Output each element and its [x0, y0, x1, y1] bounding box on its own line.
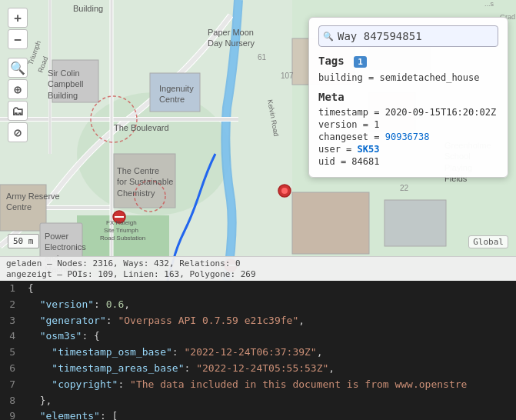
- token-comma: ,: [328, 362, 335, 374]
- line-number: 4: [0, 328, 25, 345]
- map-label-boulevard: The Boulevard: [114, 123, 169, 132]
- svg-text:22: 22: [400, 184, 409, 192]
- token-str: "Overpass API 0.7.59 e21c39fe": [118, 315, 298, 326]
- way-search-display[interactable]: Way 847594851: [318, 25, 498, 47]
- tags-count-badge: 1: [354, 56, 367, 68]
- code-line: 1{: [0, 281, 516, 297]
- svg-text:61: 61: [258, 53, 267, 62]
- token-brace: },: [28, 395, 52, 406]
- code-line: 8 },: [0, 393, 516, 409]
- svg-rect-21: [292, 192, 369, 254]
- map-label-sir-colin: Sir ColinCampbellBuilding: [48, 68, 83, 101]
- token-brace: [: [112, 410, 118, 420]
- line-content: {: [25, 281, 516, 297]
- line-number: 5: [0, 345, 25, 361]
- line-content: "copyright": "The data included in this …: [25, 377, 516, 393]
- line-content: "elements": [: [25, 408, 516, 420]
- changeset-link[interactable]: 90936738: [385, 132, 430, 142]
- token-key: "copyright": [28, 378, 118, 390]
- search-wrapper: Way 847594851: [318, 25, 498, 47]
- meta-header: Meta: [318, 91, 498, 103]
- user-value[interactable]: SK53: [358, 144, 380, 155]
- line-content: "generator": "Overpass API 0.7.59 e21c39…: [25, 313, 516, 329]
- code-line: 3 "generator": "Overpass API 0.7.59 e21c…: [0, 313, 516, 329]
- map-label-centre-chem: The Centrefor SustainableChemistry: [117, 165, 173, 198]
- svg-rect-22: [385, 200, 446, 246]
- search-tool-button[interactable]: 🔍: [8, 58, 28, 78]
- code-line: 6 "timestamp_areas_base": "2022-12-24T05…: [0, 361, 516, 377]
- token-brace: {: [28, 282, 34, 294]
- svg-point-26: [281, 188, 288, 194]
- svg-text:FX Raleigh: FX Raleigh: [106, 219, 137, 226]
- tags-header: Tags 1: [318, 55, 498, 68]
- token-str: "The data included in this document is f…: [130, 378, 467, 390]
- locate-button[interactable]: ⊕: [8, 79, 28, 99]
- line-content: "version": 0.6,: [25, 297, 516, 313]
- map-label-paper-moon: Paper MoonDay Nursery: [208, 27, 255, 49]
- map-label-army: Army ReserveCentre: [6, 191, 60, 213]
- token-str: "2022-12-24T05:55:53Z": [196, 362, 328, 374]
- line-number: 2: [0, 297, 25, 313]
- token-comma: ,: [317, 346, 323, 358]
- svg-text:...s: ...s: [484, 0, 494, 8]
- svg-text:Road Substation: Road Substation: [100, 235, 145, 242]
- tag-row-building: building = semidetached_house: [318, 71, 498, 85]
- status-line1: geladen – Nodes: 2316, Ways: 432, Relati…: [6, 258, 510, 268]
- meta-version: version = 1: [318, 118, 498, 131]
- code-line: 5 "timestamp_osm_base": "2022-12-24T06:3…: [0, 345, 516, 361]
- zoom-in-button[interactable]: +: [8, 8, 28, 28]
- code-line: 9 "elements": [: [0, 408, 516, 420]
- svg-text:107: 107: [281, 72, 294, 80]
- global-badge: Global: [468, 235, 508, 248]
- line-number: 3: [0, 313, 25, 329]
- token-str: "2022-12-24T06:37:39Z": [185, 346, 317, 358]
- block-button[interactable]: ⊘: [8, 122, 28, 142]
- status-line2: angezeigt – POIs: 109, Linien: 163, Poly…: [6, 269, 510, 279]
- token-colon: :: [82, 330, 94, 342]
- token-colon: :: [172, 346, 185, 358]
- status-bar: geladen – Nodes: 2316, Ways: 432, Relati…: [0, 256, 516, 281]
- meta-section: Meta timestamp = 2020-09-15T16:20:02Z ve…: [318, 91, 498, 168]
- meta-changeset: changeset = 90936738: [318, 131, 498, 143]
- changeset-prefix: changeset =: [318, 132, 385, 142]
- token-comma: ,: [124, 298, 130, 310]
- code-line: 7 "copyright": "The data included in thi…: [0, 377, 516, 393]
- line-content: "timestamp_areas_base": "2022-12-24T05:5…: [25, 361, 516, 377]
- line-content: },: [25, 393, 516, 409]
- token-brace: {: [94, 330, 100, 342]
- token-colon: :: [106, 315, 118, 326]
- token-comma: ,: [298, 315, 305, 326]
- tags-label: Tags: [318, 55, 345, 67]
- code-line: 4 "osm3s": {: [0, 328, 516, 345]
- code-panel: 1{2 "version": 0.6,3 "generator": "Overp…: [0, 281, 516, 420]
- token-key: "timestamp_areas_base": [28, 362, 185, 374]
- map-label-ingenuity: IngenuityCentre: [159, 83, 194, 105]
- meta-uid: uid = 84681: [318, 155, 498, 168]
- code-line: 2 "version": 0.6,: [0, 297, 516, 313]
- layers-button[interactable]: 🗂: [8, 101, 28, 121]
- line-content: "timestamp_osm_base": "2022-12-24T06:37:…: [25, 345, 516, 361]
- token-key: "version": [28, 298, 94, 310]
- token-colon: :: [100, 410, 112, 420]
- meta-user: user = SK53: [318, 143, 498, 155]
- svg-text:Site Triumph: Site Triumph: [104, 227, 138, 234]
- token-colon: :: [185, 362, 197, 374]
- line-number: 7: [0, 377, 25, 393]
- line-number: 8: [0, 393, 25, 409]
- zoom-out-button[interactable]: −: [8, 29, 28, 49]
- token-colon: :: [118, 378, 130, 390]
- token-key: "osm3s": [28, 330, 82, 342]
- code-lines: 1{2 "version": 0.6,3 "generator": "Overp…: [0, 281, 516, 420]
- token-key: "generator": [28, 315, 106, 326]
- meta-timestamp: timestamp = 2020-09-15T16:20:02Z: [318, 106, 498, 118]
- token-key: "timestamp_osm_base": [28, 346, 172, 358]
- map-label-building: Building: [73, 4, 103, 13]
- map-info-panel: Way 847594851 Tags 1 building = semideta…: [308, 17, 508, 178]
- token-num: 0.6: [106, 298, 124, 310]
- line-content: "osm3s": {: [25, 328, 516, 345]
- line-number: 6: [0, 361, 25, 377]
- map-tool-controls: 🔍 ⊕ 🗂 ⊘: [8, 58, 28, 142]
- map-container: 61 107 22 Grad ...s Triumph Road Kelvin …: [0, 0, 516, 281]
- tags-section: Tags 1 building = semidetached_house: [318, 55, 498, 85]
- zoom-controls: + −: [8, 8, 28, 49]
